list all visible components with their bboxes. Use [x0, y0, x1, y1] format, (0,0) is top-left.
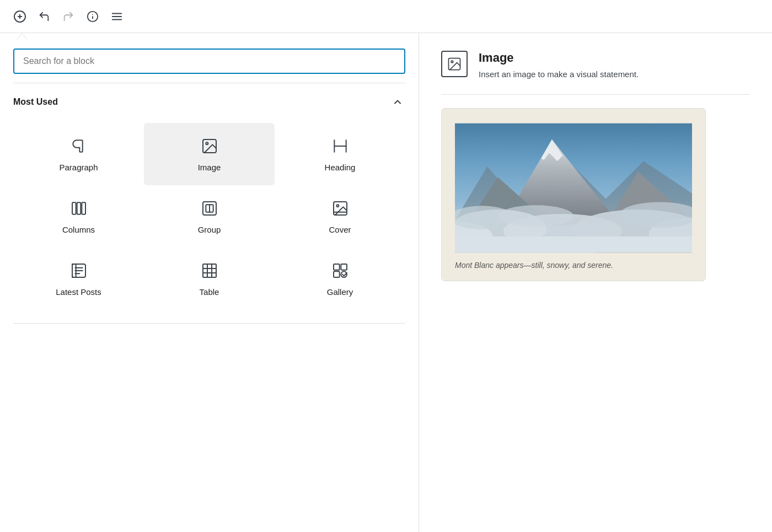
right-panel: Image Insert an image to make a visual s…: [419, 33, 772, 532]
info-button[interactable]: [82, 6, 104, 28]
svg-rect-31: [203, 264, 216, 277]
block-item-cover[interactable]: Cover: [275, 185, 405, 248]
block-item-group[interactable]: Group: [144, 185, 275, 248]
svg-rect-19: [82, 202, 85, 214]
svg-rect-30: [72, 264, 76, 277]
image-icon: [200, 136, 219, 156]
collapse-section-button[interactable]: [390, 94, 405, 110]
block-item-table[interactable]: Table: [144, 248, 275, 310]
svg-rect-18: [77, 202, 81, 214]
block-item-paragraph[interactable]: Paragraph: [13, 123, 144, 185]
redo-button[interactable]: [57, 6, 79, 28]
paragraph-label: Paragraph: [59, 163, 98, 172]
most-used-title: Most Used: [13, 97, 58, 107]
table-label: Table: [200, 287, 219, 297]
block-item-heading[interactable]: Heading: [275, 123, 405, 185]
left-panel: Most Used Paragraph: [0, 33, 419, 532]
svg-point-41: [451, 61, 453, 63]
svg-point-54: [498, 205, 573, 227]
menu-button[interactable]: [106, 6, 128, 28]
svg-point-24: [336, 205, 339, 207]
gallery-icon: [330, 261, 350, 281]
gallery-label: Gallery: [327, 287, 353, 297]
svg-rect-36: [334, 264, 340, 270]
paragraph-icon: [69, 136, 89, 156]
block-item-image[interactable]: Image: [144, 123, 275, 185]
cover-label: Cover: [329, 225, 351, 234]
columns-label: Columns: [62, 225, 95, 234]
search-container: [0, 40, 419, 83]
latest-posts-icon: [69, 261, 89, 281]
right-divider: [441, 94, 750, 95]
block-detail-header: Image Insert an image to make a visual s…: [441, 51, 750, 81]
most-used-section-header: Most Used: [0, 83, 419, 119]
block-item-latest-posts[interactable]: Latest Posts: [13, 248, 144, 310]
block-detail-info: Image Insert an image to make a visual s…: [479, 51, 639, 81]
group-icon: [200, 198, 219, 218]
block-grid: Paragraph Image: [0, 119, 419, 323]
dropdown-pointer: [17, 33, 28, 40]
heading-label: Heading: [325, 163, 356, 172]
block-item-columns[interactable]: Columns: [13, 185, 144, 248]
svg-rect-37: [341, 264, 347, 270]
add-block-button[interactable]: [9, 6, 31, 28]
image-preview-bg: [442, 109, 705, 254]
svg-rect-17: [72, 202, 76, 214]
latest-posts-label: Latest Posts: [56, 287, 101, 297]
group-label: Group: [198, 225, 221, 234]
svg-point-13: [206, 142, 208, 144]
bottom-divider: [13, 323, 405, 324]
image-preview-card: Mont Blanc appears—still, snowy, and ser…: [441, 108, 706, 281]
cover-icon: [330, 198, 350, 218]
table-icon: [200, 261, 219, 281]
block-detail-title: Image: [479, 51, 639, 65]
image-label: Image: [198, 163, 221, 172]
toolbar: [0, 0, 772, 33]
detail-image-icon: [441, 51, 468, 77]
main-container: Most Used Paragraph: [0, 33, 772, 532]
svg-rect-38: [334, 271, 340, 277]
block-item-gallery[interactable]: Gallery: [275, 248, 405, 310]
search-input[interactable]: [13, 49, 405, 74]
image-caption: Mont Blanc appears—still, snowy, and ser…: [442, 254, 705, 281]
heading-icon: [330, 136, 350, 156]
mountain-image: [455, 122, 692, 254]
undo-button[interactable]: [33, 6, 55, 28]
svg-rect-56: [455, 236, 692, 252]
block-detail-desc: Insert an image to make a visual stateme…: [479, 68, 639, 81]
columns-icon: [69, 198, 89, 218]
